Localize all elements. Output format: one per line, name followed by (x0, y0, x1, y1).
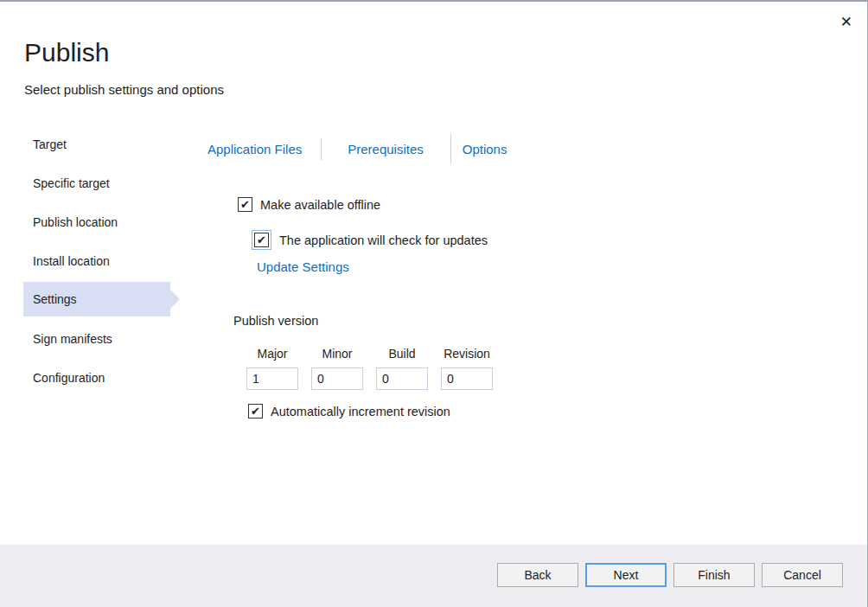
page-subtitle: Select publish settings and options (24, 82, 224, 97)
cancel-button[interactable]: Cancel (762, 563, 843, 587)
auto-increment-row: ✔ Automatically increment revision (248, 404, 450, 419)
footer-bar: Back Next Finish Cancel (0, 545, 867, 607)
revision-input[interactable] (441, 367, 493, 390)
next-button[interactable]: Next (585, 563, 667, 587)
sidebar-item-publish-location[interactable]: Publish location (23, 202, 170, 241)
major-label: Major (246, 347, 298, 361)
check-for-updates-label: The application will check for updates (279, 233, 488, 247)
build-input[interactable] (376, 367, 428, 390)
tab-options[interactable]: Options (463, 142, 507, 157)
tab-application-files[interactable]: Application Files (207, 142, 302, 157)
page-title: Publish (24, 38, 109, 67)
checkbox-focus-ring: ✔ (252, 230, 271, 250)
sidebar-item-specific-target[interactable]: Specific target (23, 163, 170, 202)
auto-increment-checkbox[interactable]: ✔ (248, 404, 263, 419)
sidebar-item-sign-manifests[interactable]: Sign manifests (23, 319, 170, 358)
wizard-steps-sidebar: Target Specific target Publish location … (23, 125, 188, 397)
publish-version-fields: Major Minor Build Revision (246, 347, 493, 390)
version-field-minor: Minor (311, 347, 363, 390)
finish-button[interactable]: Finish (673, 563, 755, 587)
publish-dialog: ✕ Publish Select publish settings and op… (0, 0, 868, 607)
check-for-updates-checkbox[interactable]: ✔ (254, 233, 269, 247)
check-for-updates-row: ✔ The application will check for updates (252, 230, 488, 250)
back-button[interactable]: Back (497, 563, 578, 587)
version-field-build: Build (376, 347, 428, 390)
minor-label: Minor (311, 347, 363, 361)
update-settings-link[interactable]: Update Settings (257, 259, 349, 274)
build-label: Build (376, 347, 428, 361)
sidebar-item-configuration[interactable]: Configuration (23, 358, 170, 397)
version-field-major: Major (246, 347, 298, 390)
revision-label: Revision (441, 347, 493, 361)
auto-increment-label: Automatically increment revision (271, 405, 450, 419)
make-available-offline-row: ✔ Make available offline (238, 197, 380, 212)
tab-separator (450, 134, 451, 163)
sidebar-item-target[interactable]: Target (23, 125, 170, 163)
make-available-offline-checkbox[interactable]: ✔ (238, 197, 252, 212)
make-available-offline-label: Make available offline (260, 198, 380, 212)
footer-buttons: Back Next Finish Cancel (497, 563, 843, 587)
tab-prerequisites[interactable]: Prerequisites (348, 142, 424, 157)
sidebar-item-install-location[interactable]: Install location (23, 241, 170, 280)
sidebar-item-settings[interactable]: Settings (23, 282, 170, 316)
settings-tabs: Application Files Prerequisites Options (207, 133, 507, 164)
minor-input[interactable] (311, 367, 363, 390)
tab-separator (321, 138, 322, 160)
publish-version-label: Publish version (233, 314, 318, 328)
major-input[interactable] (246, 367, 298, 390)
version-field-revision: Revision (441, 347, 493, 390)
close-icon[interactable]: ✕ (840, 15, 852, 29)
